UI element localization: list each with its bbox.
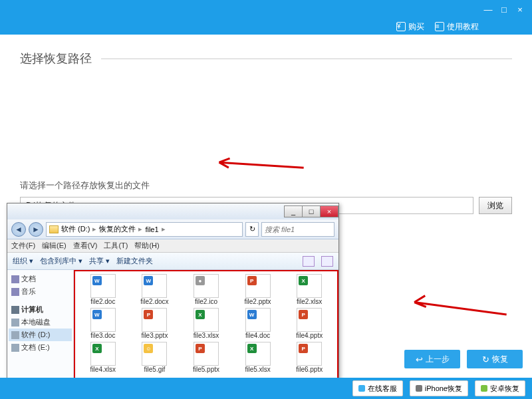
filetype-icon: W xyxy=(247,310,257,319)
view-icon[interactable] xyxy=(303,256,315,267)
filetype-icon: X xyxy=(92,344,102,353)
file-item[interactable]: Wfile4.doc xyxy=(234,308,282,339)
forward-button[interactable]: ► xyxy=(29,222,43,237)
filetype-icon: W xyxy=(92,310,102,319)
menu-view[interactable]: 查看(V) xyxy=(73,241,98,251)
doc-icon xyxy=(11,275,19,283)
file-item[interactable]: Wfile2.doc xyxy=(79,274,127,305)
android-icon xyxy=(481,385,487,392)
sidebar-drive-c[interactable]: 本地磁盘 xyxy=(9,316,72,329)
file-name: file4.doc xyxy=(245,332,270,339)
file-item[interactable]: Pfile5.pptx xyxy=(182,342,230,373)
help-icon[interactable] xyxy=(321,256,333,267)
file-name: file5.pptx xyxy=(193,366,219,373)
file-item[interactable]: Pfile6.pptx xyxy=(285,342,333,373)
filetype-icon: W xyxy=(92,276,102,285)
annotation-arrow-icon xyxy=(404,257,513,362)
file-name: file5.gif xyxy=(144,366,166,373)
file-name: file4.pptx xyxy=(296,332,323,339)
music-icon xyxy=(11,288,19,296)
file-item[interactable]: Wfile2.docx xyxy=(131,274,179,305)
file-item[interactable]: Xfile3.xlsx xyxy=(182,308,230,339)
file-item[interactable]: Wfile3.doc xyxy=(79,308,127,339)
close-button[interactable]: × xyxy=(512,3,528,16)
new-folder-button[interactable]: 新建文件夹 xyxy=(116,256,153,266)
file-name: file6.pptx xyxy=(296,366,323,373)
tutorial-link[interactable]: ≡使用教程 xyxy=(435,21,479,33)
file-name: file3.xlsx xyxy=(194,332,219,339)
file-name: file2.docx xyxy=(140,298,168,305)
back-button[interactable]: ◄ xyxy=(11,222,26,237)
apple-icon xyxy=(416,385,422,392)
share-button[interactable]: 共享 ▾ xyxy=(89,256,110,266)
yen-icon: ¥ xyxy=(396,22,406,31)
iphone-recovery-button[interactable]: iPhone恢复 xyxy=(410,380,468,396)
online-support-button[interactable]: 在线客服 xyxy=(352,380,403,396)
maximize-button[interactable]: □ xyxy=(496,3,512,16)
recover-button[interactable]: ↻恢复 xyxy=(467,350,523,368)
minimize-button[interactable]: — xyxy=(480,3,496,16)
path-label: 请选择一个路径存放恢复出的文件 xyxy=(20,180,512,192)
file-list: Wfile2.docWfile2.docx●file2.icoPfile2.pp… xyxy=(74,270,338,386)
explorer-close-button[interactable]: × xyxy=(320,205,338,217)
chat-icon xyxy=(358,385,365,392)
file-name: file2.xlsx xyxy=(297,298,322,305)
refresh-button[interactable]: ↻ xyxy=(245,222,259,237)
file-name: file2.ico xyxy=(195,298,217,305)
file-item[interactable]: ☺file5.gif xyxy=(131,342,179,373)
buy-link[interactable]: ¥购买 xyxy=(396,21,424,33)
browse-button[interactable]: 浏览 xyxy=(479,197,512,214)
file-item[interactable]: Pfile2.pptx xyxy=(234,274,282,305)
explorer-minimize-button[interactable]: _ xyxy=(284,205,303,217)
file-item[interactable]: Pfile3.pptx xyxy=(131,308,179,339)
file-item[interactable]: Xfile2.xlsx xyxy=(285,274,333,305)
include-library-button[interactable]: 包含到库中 ▾ xyxy=(40,256,82,266)
explorer-maximize-button[interactable]: □ xyxy=(302,205,321,217)
menu-tools[interactable]: 工具(T) xyxy=(104,241,128,251)
file-item[interactable]: ●file2.ico xyxy=(182,274,230,305)
filetype-icon: X xyxy=(247,344,257,353)
drive-icon xyxy=(11,331,19,339)
filetype-icon: P xyxy=(299,344,308,353)
explorer-toolbar: 组织 ▾ 包含到库中 ▾ 共享 ▾ 新建文件夹 xyxy=(7,253,338,270)
file-name: file5.xlsx xyxy=(245,366,270,373)
sidebar-computer[interactable]: 计算机 xyxy=(9,303,72,316)
refresh-icon: ↻ xyxy=(482,354,489,364)
filetype-icon: ● xyxy=(196,276,205,285)
folder-icon xyxy=(49,225,59,233)
top-links: ¥购买 ≡使用教程 xyxy=(0,19,532,35)
filetype-icon: X xyxy=(196,310,205,319)
filetype-icon: X xyxy=(299,276,308,285)
drive-icon xyxy=(11,319,19,327)
explorer-titlebar[interactable]: _ □ × xyxy=(7,203,338,219)
android-recovery-button[interactable]: 安卓恢复 xyxy=(475,380,525,396)
breadcrumb[interactable]: 软件 (D:)▸ 恢复的文件▸ file1▸ xyxy=(46,222,243,237)
prev-button[interactable]: ↩上一步 xyxy=(404,350,460,368)
menu-help[interactable]: 帮助(H) xyxy=(134,241,159,251)
filetype-icon: P xyxy=(299,310,308,319)
sidebar-drive-d[interactable]: 软件 (D:) xyxy=(9,329,72,341)
back-arrow-icon: ↩ xyxy=(416,354,423,364)
file-item[interactable]: Pfile4.pptx xyxy=(285,308,333,339)
filetype-icon: ☺ xyxy=(144,344,153,353)
file-item[interactable]: Xfile5.xlsx xyxy=(234,342,282,373)
menu-edit[interactable]: 编辑(E) xyxy=(42,241,66,251)
menu-file[interactable]: 文件(F) xyxy=(11,241,35,251)
file-name: file2.pptx xyxy=(245,298,271,305)
main-panel: 选择恢复路径 请选择一个路径存放恢复出的文件 浏览 xyxy=(0,35,532,230)
filetype-icon: P xyxy=(144,310,153,319)
sidebar-item-docs[interactable]: 文档 xyxy=(9,273,72,285)
filetype-icon: W xyxy=(144,276,153,285)
filetype-icon: P xyxy=(247,276,257,285)
search-input[interactable] xyxy=(261,222,334,237)
file-item[interactable]: Xfile4.xlsx xyxy=(79,342,127,373)
sidebar-drive-e[interactable]: 文档 (E:) xyxy=(9,341,72,354)
organize-button[interactable]: 组织 ▾ xyxy=(13,256,33,266)
file-name: file3.pptx xyxy=(141,332,168,339)
file-name: file2.doc xyxy=(90,298,115,305)
file-name: file4.xlsx xyxy=(90,366,116,373)
doc-icon: ≡ xyxy=(435,22,444,31)
sidebar-item-music[interactable]: 音乐 xyxy=(9,285,72,298)
file-explorer-dialog: _ □ × ◄ ► 软件 (D:)▸ 恢复的文件▸ file1▸ ↻ 文件(F)… xyxy=(7,203,339,399)
file-name: file3.doc xyxy=(90,332,115,339)
